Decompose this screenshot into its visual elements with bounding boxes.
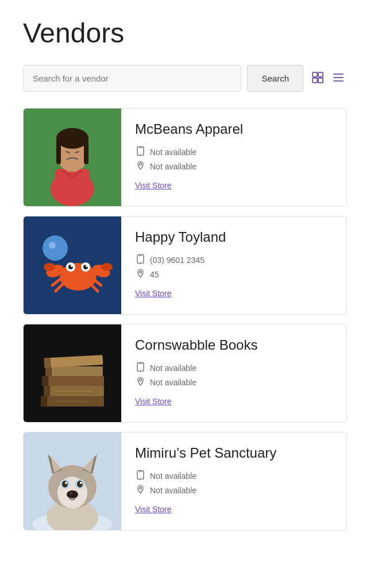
vendor-name: Cornswabble Books [135,337,333,353]
phone-icon [135,254,145,265]
search-button[interactable]: Search [247,65,303,92]
vendor-name: Mimiru’s Pet Sanctuary [135,445,333,461]
vendor-card: Cornswabble Books Not available Not avai… [23,324,347,423]
visit-store-button[interactable]: Visit Store [135,505,172,514]
svg-rect-40 [138,256,142,256]
svg-point-12 [56,128,88,149]
svg-rect-51 [42,376,49,386]
vendor-phone: Not available [150,471,196,481]
visit-store-button[interactable]: Visit Store [135,397,172,406]
svg-rect-1 [318,72,323,77]
svg-rect-53 [45,366,103,376]
grid-view-button[interactable] [309,69,326,88]
phone-icon [135,146,145,157]
svg-point-41 [140,262,141,263]
vendor-info: McBeans Apparel Not available Not availa… [121,109,346,203]
view-toggle-group [309,69,347,88]
page-title: Vendors [23,17,347,49]
svg-rect-9 [55,169,90,198]
svg-point-22 [43,235,68,261]
svg-point-81 [70,492,73,494]
vendor-location-row: Not available [135,485,333,496]
svg-point-42 [139,271,141,273]
svg-rect-50 [42,376,104,386]
svg-rect-57 [44,358,52,368]
svg-point-38 [86,265,88,267]
svg-rect-45 [41,396,48,407]
vendor-image [24,432,121,530]
svg-point-28 [101,263,113,271]
vendor-card: Happy Toyland (03) 9601 2345 45 Visit St… [23,216,347,315]
vendor-image [24,216,121,314]
vendor-name: Happy Toyland [135,229,333,245]
vendor-location: Not available [150,378,196,387]
visit-store-button[interactable]: Visit Store [135,289,172,298]
svg-rect-14 [84,138,88,164]
vendor-location-row: Not available [135,161,333,172]
vendor-phone: Not available [150,363,196,373]
vendor-location-row: 45 [135,269,333,280]
svg-point-75 [62,481,68,488]
vendor-location: Not available [150,162,196,171]
svg-rect-3 [318,78,323,83]
location-icon [135,269,145,280]
vendor-phone-row: Not available [135,146,333,157]
svg-point-79 [80,482,82,484]
svg-point-19 [140,154,141,155]
list-icon [332,71,345,84]
vendor-card: Mimiru’s Pet Sanctuary Not available Not… [23,432,347,531]
svg-rect-83 [138,471,142,472]
list-view-button[interactable] [330,69,347,88]
svg-point-64 [139,379,141,381]
vendor-image [24,109,121,206]
svg-point-23 [49,242,56,249]
search-input[interactable] [23,65,241,92]
svg-point-84 [140,478,141,479]
vendor-location: Not available [150,486,196,495]
search-bar: Search [23,65,347,92]
location-icon [135,377,145,388]
svg-rect-2 [313,78,317,83]
svg-rect-54 [45,366,52,376]
location-icon [135,485,145,496]
vendor-list: McBeans Apparel Not available Not availa… [23,108,347,531]
svg-rect-0 [313,72,317,77]
vendor-card: McBeans Apparel Not available Not availa… [23,108,347,207]
svg-point-63 [140,370,141,371]
svg-point-26 [44,263,55,271]
vendor-phone-row: Not available [135,470,333,481]
vendor-name: McBeans Apparel [135,121,333,137]
svg-rect-13 [56,138,61,164]
vendor-info: Mimiru’s Pet Sanctuary Not available Not… [121,432,346,527]
grid-icon [311,71,324,84]
svg-point-80 [67,490,78,498]
vendor-info: Happy Toyland (03) 9601 2345 45 Visit St… [121,216,346,311]
vendor-location: 45 [150,270,159,279]
svg-point-85 [139,487,141,489]
location-icon [135,161,145,172]
vendor-phone: (03) 9601 2345 [150,256,205,265]
vendor-phone: Not available [150,148,196,157]
svg-point-37 [71,265,73,267]
svg-point-76 [65,482,67,484]
vendor-phone-row: (03) 9601 2345 [135,254,333,265]
svg-rect-18 [138,148,142,148]
svg-point-20 [139,163,141,165]
phone-icon [135,362,145,373]
svg-point-78 [77,481,83,488]
vendor-image [24,324,121,422]
vendor-location-row: Not available [135,377,333,388]
svg-rect-62 [138,363,142,364]
phone-icon [135,470,145,481]
vendor-info: Cornswabble Books Not available Not avai… [121,324,346,419]
vendor-phone-row: Not available [135,362,333,373]
svg-rect-48 [44,386,51,396]
visit-store-button[interactable]: Visit Store [135,181,172,190]
